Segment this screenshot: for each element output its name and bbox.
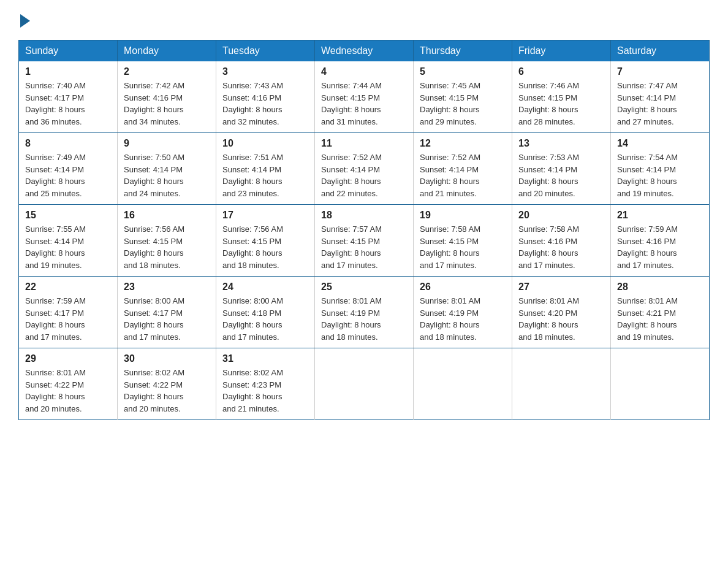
sunrise-label: Sunrise: 7:52 AM <box>321 153 382 162</box>
calendar-week-row: 8 Sunrise: 7:49 AM Sunset: 4:14 PM Dayli… <box>19 133 710 205</box>
calendar-day-cell: 21 Sunrise: 7:59 AM Sunset: 4:16 PM Dayl… <box>611 205 710 277</box>
day-info: Sunrise: 7:52 AM Sunset: 4:14 PM Dayligh… <box>420 151 506 199</box>
daylight-minutes: and 19 minutes. <box>25 261 82 270</box>
calendar-day-cell: 2 Sunrise: 7:42 AM Sunset: 4:16 PM Dayli… <box>118 61 216 133</box>
sunrise-label: Sunrise: 7:50 AM <box>124 153 184 162</box>
day-info: Sunrise: 8:01 AM Sunset: 4:21 PM Dayligh… <box>617 295 703 343</box>
sunrise-label: Sunrise: 7:58 AM <box>518 224 579 234</box>
calendar-week-row: 29 Sunrise: 8:01 AM Sunset: 4:22 PM Dayl… <box>19 348 710 420</box>
daylight-label: Daylight: 8 hours <box>25 248 85 258</box>
sunset-label: Sunset: 4:15 PM <box>321 237 380 246</box>
day-number: 24 <box>222 282 308 293</box>
day-number: 27 <box>518 282 604 293</box>
sunrise-label: Sunrise: 8:00 AM <box>124 296 184 305</box>
calendar-day-cell: 22 Sunrise: 7:59 AM Sunset: 4:17 PM Dayl… <box>19 277 118 348</box>
daylight-minutes: and 17 minutes. <box>124 332 181 342</box>
daylight-minutes: and 18 minutes. <box>321 332 378 342</box>
sunrise-label: Sunrise: 8:01 AM <box>518 296 579 305</box>
sunset-label: Sunset: 4:18 PM <box>222 308 281 318</box>
daylight-minutes: and 18 minutes. <box>518 332 575 342</box>
calendar-day-cell: 27 Sunrise: 8:01 AM Sunset: 4:20 PM Dayl… <box>512 277 611 348</box>
calendar-week-row: 1 Sunrise: 7:40 AM Sunset: 4:17 PM Dayli… <box>19 61 710 133</box>
day-number: 18 <box>321 210 407 221</box>
daylight-label: Daylight: 8 hours <box>617 320 677 329</box>
calendar-day-cell: 24 Sunrise: 8:00 AM Sunset: 4:18 PM Dayl… <box>216 277 315 348</box>
day-number: 31 <box>222 353 308 364</box>
sunrise-label: Sunrise: 7:56 AM <box>124 224 184 234</box>
daylight-label: Daylight: 8 hours <box>25 392 85 401</box>
day-number: 16 <box>124 210 210 221</box>
sunrise-label: Sunrise: 7:54 AM <box>617 153 678 162</box>
day-info: Sunrise: 8:00 AM Sunset: 4:18 PM Dayligh… <box>222 295 308 343</box>
sunset-label: Sunset: 4:14 PM <box>124 165 183 174</box>
sunrise-label: Sunrise: 8:02 AM <box>124 368 184 377</box>
daylight-label: Daylight: 8 hours <box>518 320 578 329</box>
calendar-day-cell: 1 Sunrise: 7:40 AM Sunset: 4:17 PM Dayli… <box>19 61 118 133</box>
calendar-day-cell: 9 Sunrise: 7:50 AM Sunset: 4:14 PM Dayli… <box>118 133 216 205</box>
day-number: 1 <box>25 66 111 77</box>
calendar-day-cell: 29 Sunrise: 8:01 AM Sunset: 4:22 PM Dayl… <box>19 348 118 420</box>
sunrise-label: Sunrise: 7:46 AM <box>518 81 579 90</box>
day-number: 23 <box>124 282 210 293</box>
sunrise-label: Sunrise: 7:52 AM <box>420 153 480 162</box>
sunset-label: Sunset: 4:16 PM <box>617 237 676 246</box>
sunrise-label: Sunrise: 8:02 AM <box>222 368 283 377</box>
daylight-label: Daylight: 8 hours <box>617 248 677 258</box>
sunset-label: Sunset: 4:17 PM <box>25 93 84 102</box>
calendar-day-cell: 20 Sunrise: 7:58 AM Sunset: 4:16 PM Dayl… <box>512 205 611 277</box>
sunset-label: Sunset: 4:15 PM <box>124 237 183 246</box>
day-info: Sunrise: 7:56 AM Sunset: 4:15 PM Dayligh… <box>124 223 210 271</box>
day-number: 4 <box>321 66 407 77</box>
day-info: Sunrise: 7:59 AM Sunset: 4:17 PM Dayligh… <box>25 295 111 343</box>
day-info: Sunrise: 8:02 AM Sunset: 4:23 PM Dayligh… <box>222 367 308 415</box>
calendar-day-cell: 17 Sunrise: 7:56 AM Sunset: 4:15 PM Dayl… <box>216 205 315 277</box>
sunrise-label: Sunrise: 7:53 AM <box>518 153 579 162</box>
calendar-day-cell: 31 Sunrise: 8:02 AM Sunset: 4:23 PM Dayl… <box>216 348 315 420</box>
daylight-minutes: and 21 minutes. <box>222 404 279 413</box>
daylight-minutes: and 21 minutes. <box>420 189 477 198</box>
daylight-minutes: and 20 minutes. <box>124 404 181 413</box>
sunset-label: Sunset: 4:16 PM <box>222 93 281 102</box>
day-number: 19 <box>420 210 506 221</box>
daylight-label: Daylight: 8 hours <box>321 248 381 258</box>
day-info: Sunrise: 7:42 AM Sunset: 4:16 PM Dayligh… <box>124 80 210 128</box>
sunset-label: Sunset: 4:19 PM <box>321 308 380 318</box>
sunrise-label: Sunrise: 7:49 AM <box>25 153 86 162</box>
day-number: 21 <box>617 210 703 221</box>
daylight-label: Daylight: 8 hours <box>124 105 184 114</box>
sunset-label: Sunset: 4:15 PM <box>222 237 281 246</box>
sunrise-label: Sunrise: 7:59 AM <box>617 224 678 234</box>
daylight-label: Daylight: 8 hours <box>25 105 85 114</box>
day-info: Sunrise: 8:01 AM Sunset: 4:19 PM Dayligh… <box>420 295 506 343</box>
sunrise-label: Sunrise: 8:00 AM <box>222 296 283 305</box>
sunset-label: Sunset: 4:21 PM <box>617 308 676 318</box>
daylight-minutes: and 23 minutes. <box>222 189 279 198</box>
sunrise-label: Sunrise: 7:42 AM <box>124 81 184 90</box>
daylight-minutes: and 36 minutes. <box>25 117 82 126</box>
weekday-header-saturday: Saturday <box>611 40 710 62</box>
day-number: 12 <box>420 138 506 149</box>
daylight-minutes: and 18 minutes. <box>222 261 279 270</box>
sunset-label: Sunset: 4:17 PM <box>124 308 183 318</box>
sunset-label: Sunset: 4:19 PM <box>420 308 479 318</box>
empty-cell <box>512 348 611 420</box>
day-info: Sunrise: 8:00 AM Sunset: 4:17 PM Dayligh… <box>124 295 210 343</box>
daylight-minutes: and 31 minutes. <box>321 117 378 126</box>
day-number: 28 <box>617 282 703 293</box>
daylight-label: Daylight: 8 hours <box>321 105 381 114</box>
weekday-header-sunday: Sunday <box>19 40 118 62</box>
day-info: Sunrise: 7:56 AM Sunset: 4:15 PM Dayligh… <box>222 223 308 271</box>
daylight-label: Daylight: 8 hours <box>518 105 578 114</box>
calendar-day-cell: 18 Sunrise: 7:57 AM Sunset: 4:15 PM Dayl… <box>315 205 414 277</box>
daylight-minutes: and 19 minutes. <box>617 189 674 198</box>
daylight-label: Daylight: 8 hours <box>617 177 677 186</box>
daylight-label: Daylight: 8 hours <box>222 248 282 258</box>
sunset-label: Sunset: 4:22 PM <box>25 380 84 389</box>
calendar-day-cell: 12 Sunrise: 7:52 AM Sunset: 4:14 PM Dayl… <box>414 133 512 205</box>
daylight-label: Daylight: 8 hours <box>124 320 184 329</box>
sunrise-label: Sunrise: 8:01 AM <box>617 296 678 305</box>
sunrise-label: Sunrise: 7:43 AM <box>222 81 283 90</box>
empty-cell <box>315 348 414 420</box>
sunset-label: Sunset: 4:14 PM <box>25 237 84 246</box>
day-number: 10 <box>222 138 308 149</box>
